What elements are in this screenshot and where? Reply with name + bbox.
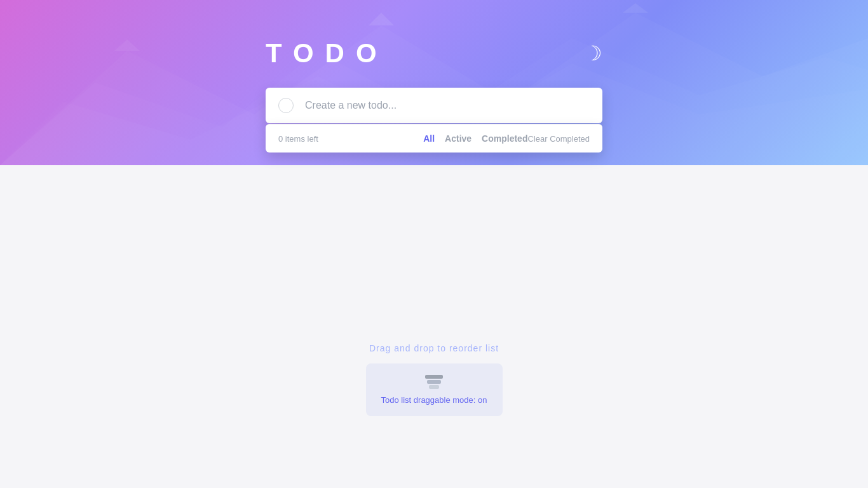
draggable-mode-card: Todo list draggable mode: on (366, 363, 503, 416)
header-row: TODO ☽ (266, 38, 602, 69)
new-todo-input[interactable] (305, 100, 590, 111)
draggable-mode-text: Todo list draggable mode: on (381, 395, 487, 405)
todo-input-container (266, 88, 602, 123)
draggable-mode-label: Todo list draggable mode: (381, 395, 478, 405)
filter-all-button[interactable]: All (423, 133, 435, 144)
draggable-mode-status: on (478, 395, 487, 405)
clear-completed-button[interactable]: Clear Completed (527, 134, 590, 144)
filter-buttons: All Active Completed (423, 133, 527, 144)
stack-layer-3 (429, 385, 439, 389)
filter-completed-button[interactable]: Completed (482, 133, 527, 144)
items-left-count: 0 items left (278, 134, 423, 144)
stack-icon (425, 375, 443, 389)
filter-bar: 0 items left All Active Completed Clear … (266, 124, 602, 152)
theme-toggle-icon[interactable]: ☽ (584, 41, 602, 65)
stack-layer-1 (425, 375, 443, 379)
app-title: TODO (266, 38, 388, 69)
filter-active-button[interactable]: Active (445, 133, 471, 144)
stack-layer-2 (427, 380, 441, 384)
drag-hint-text: Drag and drop to reorder list (369, 343, 499, 353)
page-content: TODO ☽ 0 items left All Active Completed… (0, 0, 868, 152)
new-todo-checkbox[interactable] (278, 98, 294, 113)
